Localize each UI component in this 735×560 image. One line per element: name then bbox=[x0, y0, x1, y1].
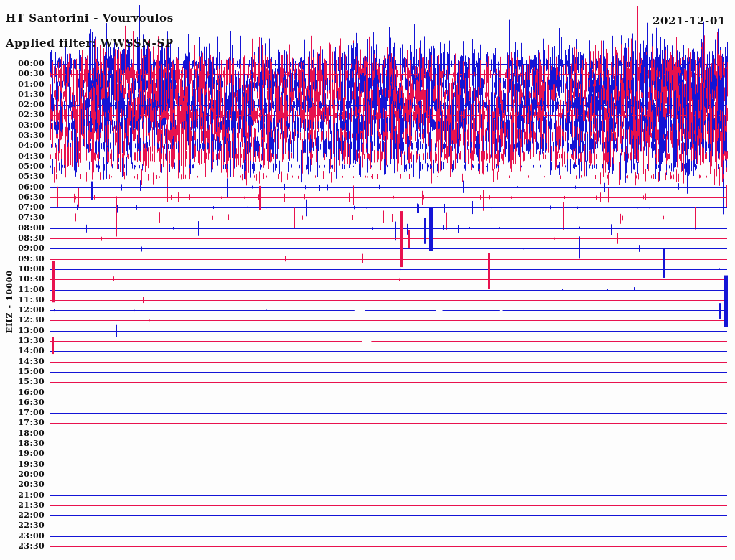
time-label: 12:00 bbox=[1, 306, 45, 314]
time-label: 08:00 bbox=[1, 224, 45, 233]
time-label: 23:30 bbox=[1, 542, 45, 551]
time-label: 11:00 bbox=[1, 286, 45, 294]
date-label: 2021-12-01 bbox=[652, 14, 726, 27]
time-label: 11:30 bbox=[1, 296, 45, 304]
time-label: 15:00 bbox=[1, 368, 45, 376]
time-label: 19:30 bbox=[1, 460, 45, 469]
time-label: 09:00 bbox=[1, 244, 45, 253]
time-label: 18:00 bbox=[1, 429, 45, 438]
time-label: 04:00 bbox=[1, 141, 45, 150]
applied-filter-label: Applied filter: WWSSN-SP bbox=[6, 37, 174, 50]
time-label: 15:30 bbox=[1, 378, 45, 386]
time-label: 03:00 bbox=[1, 121, 45, 130]
time-label: 17:00 bbox=[1, 409, 45, 417]
time-label: 16:00 bbox=[1, 388, 45, 397]
helicorder-screen: HT Santorini - Vourvoulos Applied filter… bbox=[0, 0, 735, 560]
time-label: 22:00 bbox=[1, 511, 45, 520]
time-label: 23:00 bbox=[1, 532, 45, 541]
seismogram-traces-canvas bbox=[0, 0, 735, 560]
time-label: 06:30 bbox=[1, 193, 45, 202]
time-label: 14:30 bbox=[1, 358, 45, 366]
time-label: 18:30 bbox=[1, 439, 45, 448]
time-label: 05:00 bbox=[1, 162, 45, 171]
time-label: 13:00 bbox=[1, 327, 45, 335]
time-label: 01:00 bbox=[1, 80, 45, 89]
time-label: 07:30 bbox=[1, 213, 45, 222]
time-label: 06:00 bbox=[1, 183, 45, 192]
time-label: 13:30 bbox=[1, 337, 45, 345]
time-label: 12:30 bbox=[1, 316, 45, 325]
time-label: 17:30 bbox=[1, 419, 45, 427]
time-label: 05:30 bbox=[1, 172, 45, 181]
station-title: HT Santorini - Vourvoulos bbox=[6, 11, 174, 24]
time-label: 00:00 bbox=[1, 60, 45, 68]
time-label: 20:00 bbox=[1, 470, 45, 479]
time-label: 08:30 bbox=[1, 234, 45, 243]
time-label: 02:00 bbox=[1, 101, 45, 109]
time-label: 07:00 bbox=[1, 203, 45, 212]
time-label: 01:30 bbox=[1, 90, 45, 99]
time-label: 16:30 bbox=[1, 398, 45, 407]
time-label: 19:00 bbox=[1, 449, 45, 458]
time-label: 10:00 bbox=[1, 265, 45, 274]
time-label: 00:30 bbox=[1, 70, 45, 78]
time-label: 20:30 bbox=[1, 480, 45, 489]
time-label: 02:30 bbox=[1, 111, 45, 119]
time-label: 03:30 bbox=[1, 131, 45, 140]
time-label: 21:00 bbox=[1, 491, 45, 500]
time-label: 10:30 bbox=[1, 275, 45, 284]
time-label: 21:30 bbox=[1, 501, 45, 510]
time-label: 04:30 bbox=[1, 152, 45, 161]
time-label: 14:00 bbox=[1, 347, 45, 355]
time-label: 09:30 bbox=[1, 255, 45, 263]
time-label: 22:30 bbox=[1, 521, 45, 530]
